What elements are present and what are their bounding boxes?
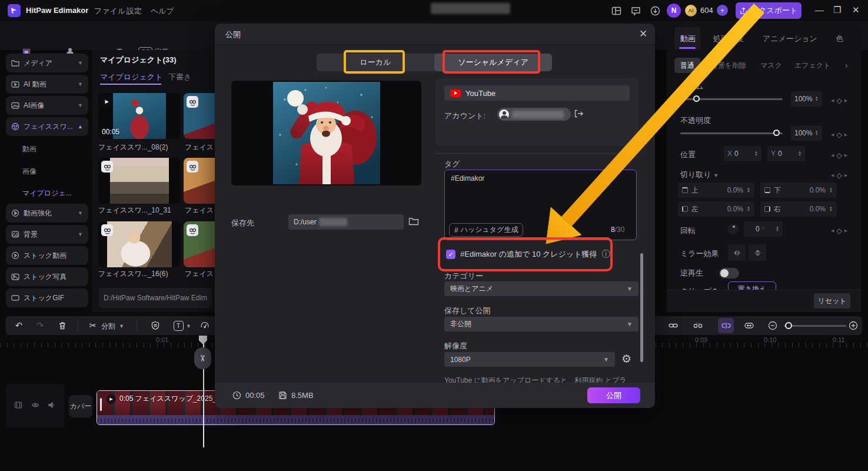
menu-help[interactable]: ヘルプ — [151, 6, 174, 16]
track-visibility-icon[interactable] — [31, 401, 39, 412]
close-button[interactable]: ✕ — [852, 5, 860, 15]
subtab-remove-bg[interactable]: 背景を削除 — [711, 58, 746, 73]
timeline-zoom-slider[interactable] — [784, 325, 846, 327]
tab-social-media[interactable]: ソーシャルメディア — [434, 54, 552, 71]
zoom-in-icon[interactable] — [847, 318, 859, 333]
crop-right-stepper[interactable]: 右 0.0% ▲▼ — [760, 201, 837, 217]
category-select[interactable]: 映画とアニメ▼ — [444, 281, 638, 296]
menu-settings[interactable]: 設定 — [127, 6, 142, 16]
ungroup-icon[interactable] — [691, 318, 704, 333]
publish-button[interactable]: 公開 — [587, 387, 640, 403]
resolution-settings-icon[interactable]: ⚙ — [621, 352, 631, 366]
rotate-value-stepper[interactable]: 0 ° ▲▼ — [744, 221, 783, 237]
zoom-value-stepper[interactable]: 100%▲▼ — [791, 91, 822, 107]
resolution-select[interactable]: 1080P▼ — [444, 352, 615, 367]
stepper-arrows-icon[interactable]: ▲▼ — [815, 130, 819, 136]
project-label[interactable]: フェイススワ..._08(2) — [98, 142, 168, 152]
split-label[interactable]: 分割 — [101, 321, 115, 331]
sidebar-item-ai-image[interactable]: AI画像▼ — [6, 96, 88, 115]
crop-left-stepper[interactable]: 左 0.0% ▲▼ — [678, 201, 754, 217]
crop-bottom-stepper[interactable]: 下 0.0% ▲▼ — [760, 183, 837, 198]
feedback-icon[interactable] — [629, 4, 642, 17]
user-avatar[interactable]: N — [667, 4, 681, 18]
subtab-normal[interactable]: 普通 — [674, 58, 700, 73]
info-icon[interactable]: ⓘ — [602, 249, 610, 260]
zoom-out-icon[interactable] — [767, 318, 779, 333]
dialog-close-icon[interactable]: ✕ — [639, 28, 647, 40]
credit-checkbox-row[interactable]: ✓ #Edimakor の追加で 10 クレジット獲得 ⓘ — [446, 249, 610, 260]
tab-local[interactable]: ローカル — [317, 54, 434, 71]
export-button[interactable]: エクスポート — [736, 2, 802, 19]
opacity-value-stepper[interactable]: 100%▲▼ — [791, 125, 822, 141]
sidebar-item-background[interactable]: 背景▼ — [6, 225, 88, 244]
reset-button[interactable]: リセット — [814, 293, 850, 309]
cover-button[interactable]: カバー — [69, 395, 92, 417]
text-tool-icon[interactable]: T — [172, 318, 184, 333]
browse-folder-icon[interactable] — [408, 217, 419, 228]
youtube-platform-button[interactable]: YouTube — [444, 85, 630, 101]
project-thumbnail-santa[interactable]: ▶ 00:05 — [98, 93, 181, 139]
link-icon[interactable] — [667, 318, 680, 333]
stepper-arrows-icon[interactable]: ▲▼ — [754, 151, 758, 157]
stepper-arrows-icon[interactable]: ▲▼ — [747, 206, 750, 212]
subtab-mask[interactable]: マスク — [760, 58, 782, 73]
rotate-keyframe-controls[interactable]: ◀◇▶ — [831, 227, 847, 235]
playhead-scissors-button[interactable]: ✂ — [194, 347, 211, 369]
stepper-arrows-icon[interactable]: ▲▼ — [829, 187, 833, 193]
clip-trim-handle[interactable] — [100, 398, 102, 411]
project-thumbnail-woman[interactable] — [98, 221, 181, 267]
subtab-effect[interactable]: エフェクト — [794, 58, 830, 73]
position-keyframe-controls[interactable]: ◀◇▶ — [831, 151, 847, 160]
sidebar-item-stock-photo[interactable]: ストック写真 — [6, 267, 88, 286]
timeline-zoom-knob[interactable] — [785, 322, 792, 329]
unlink-active-icon[interactable] — [718, 318, 734, 333]
project-label[interactable]: フェイス — [185, 205, 214, 215]
stepper-arrows-icon[interactable]: ▲▼ — [815, 96, 819, 102]
fit-timeline-icon[interactable] — [743, 318, 756, 333]
sidebar-item-faceswap[interactable]: フェイススワ...▲ — [6, 117, 88, 136]
zoom-slider-knob[interactable] — [693, 95, 700, 102]
speed-icon[interactable] — [199, 318, 211, 333]
opacity-keyframe-controls[interactable]: ◀◇▶ — [831, 131, 847, 139]
more-subtabs-icon[interactable]: › — [845, 58, 848, 73]
tab-color[interactable]: 色 — [836, 28, 843, 49]
stepper-arrows-icon[interactable]: ▲▼ — [776, 226, 779, 232]
generate-hashtag-button[interactable]: # ハッシュタグ生成 — [449, 223, 523, 237]
project-label[interactable]: フェイススワ..._10_31 — [98, 205, 171, 215]
split-scissors-icon[interactable]: ✂ — [87, 318, 99, 333]
logout-icon[interactable] — [574, 110, 583, 120]
position-y-stepper[interactable]: Y 0 ▲▼ — [767, 146, 805, 161]
delete-icon[interactable] — [56, 318, 68, 333]
sidebar-item-stock-video[interactable]: ストック動画 — [6, 246, 88, 265]
tab-my-projects[interactable]: マイプロジェクト — [100, 72, 162, 82]
save-path-field[interactable]: D:/user — [288, 214, 404, 230]
reverse-toggle[interactable] — [719, 268, 739, 278]
sidebar-sub-video[interactable]: 動画 — [22, 143, 36, 155]
minimize-button[interactable]: — — [815, 5, 824, 15]
redo-icon[interactable]: ↷ — [34, 318, 46, 333]
stepper-arrows-icon[interactable]: ▲▼ — [829, 206, 833, 212]
mirror-vertical-button[interactable] — [749, 244, 766, 261]
sidebar-item-media[interactable]: メディア▼ — [6, 54, 88, 72]
opacity-slider-knob[interactable] — [773, 130, 780, 136]
position-x-stepper[interactable]: X 0 ▲▼ — [724, 146, 761, 161]
tab-animation[interactable]: アニメーション — [763, 28, 817, 49]
checkbox-checked-icon[interactable]: ✓ — [446, 250, 455, 259]
zoom-keyframe-controls[interactable]: ◀◇▶ — [831, 97, 847, 105]
maximize-button[interactable]: ❐ — [833, 5, 841, 15]
tab-video[interactable]: 動画 — [680, 28, 696, 49]
marker-icon[interactable] — [149, 318, 161, 333]
privacy-select[interactable]: 非公開▼ — [444, 317, 638, 331]
mirror-horizontal-button[interactable] — [728, 244, 746, 261]
opacity-slider[interactable] — [680, 132, 783, 134]
stepper-arrows-icon[interactable]: ▲▼ — [798, 151, 802, 157]
tab-drafts[interactable]: 下書き — [168, 72, 191, 82]
sidebar-item-stock-gif[interactable]: ストックGIF — [6, 288, 88, 307]
menu-file[interactable]: ファイル — [94, 6, 125, 16]
download-icon[interactable] — [648, 4, 661, 17]
sidebar-item-enhance[interactable]: 動画強化▼ — [6, 204, 88, 223]
layout-icon[interactable] — [610, 4, 623, 17]
undo-icon[interactable]: ↶ — [13, 318, 25, 333]
project-path-field[interactable]: D:/HitPaw Software/HitPaw Edim — [99, 288, 212, 308]
project-label[interactable]: フェイス — [185, 142, 214, 152]
